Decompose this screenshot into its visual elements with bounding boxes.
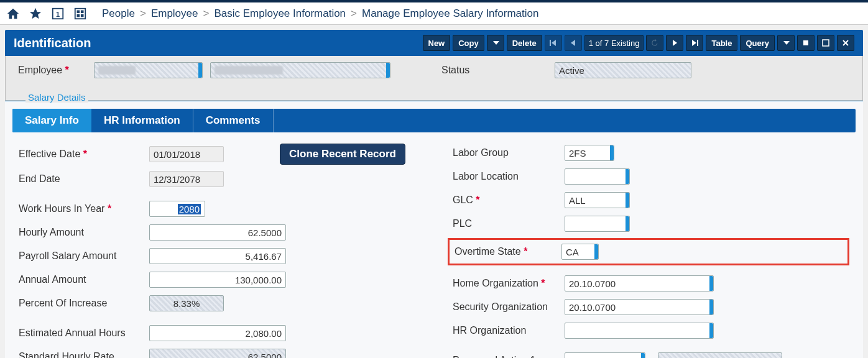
pa1-desc	[658, 352, 782, 358]
layout-icon[interactable]	[72, 6, 88, 22]
labor-location-input[interactable]	[565, 168, 630, 185]
svg-marker-9	[571, 40, 575, 46]
record-toolbar: New Copy Delete 1 of 7 Existing Table Qu…	[423, 35, 855, 51]
svg-rect-14	[823, 40, 829, 46]
glc-label: GLC	[453, 195, 565, 206]
close-button[interactable]	[837, 35, 854, 51]
record-counter: 1 of 7 Existing	[584, 35, 644, 51]
labor-group-label: Labor Group	[453, 147, 565, 158]
svg-rect-7	[550, 40, 551, 46]
end-date-label: End Date	[19, 173, 149, 185]
sec-org-label: Security Organization	[453, 301, 565, 313]
plc-input[interactable]	[565, 216, 630, 232]
maximize-button[interactable]	[817, 35, 834, 51]
section-title: Identification	[14, 36, 91, 50]
breadcrumb: People > Employee > Basic Employee Infor…	[102, 7, 538, 20]
work-hours-input[interactable]: 2080	[149, 201, 205, 217]
svg-marker-8	[552, 40, 556, 46]
topbar: 1 People > Employee > Basic Employee Inf…	[0, 0, 868, 25]
new-button[interactable]: New	[423, 35, 451, 51]
est-annual-hours-input[interactable]: 2,080.00	[149, 325, 286, 341]
svg-rect-2	[75, 8, 86, 19]
svg-rect-13	[803, 40, 808, 45]
home-icon[interactable]	[5, 6, 21, 22]
employee-name-input[interactable]	[210, 62, 390, 78]
std-hourly-rate-value: 62.5000	[149, 349, 286, 358]
pa1-input[interactable]	[565, 352, 645, 358]
copy-dropdown-button[interactable]	[487, 35, 504, 51]
status-value: Active	[555, 62, 691, 78]
favorite-icon[interactable]	[27, 6, 44, 22]
overtime-state-highlight: Overtime State CA	[448, 238, 849, 265]
query-dropdown-button[interactable]	[777, 35, 795, 51]
tab-comments[interactable]: Comments	[193, 109, 274, 132]
overtime-state-label: Overtime State	[455, 246, 561, 257]
hr-org-input[interactable]	[565, 323, 714, 339]
window-1-icon[interactable]: 1	[50, 6, 66, 22]
svg-rect-12	[697, 40, 698, 46]
home-org-label: Home Organization	[453, 278, 565, 289]
breadcrumb-item[interactable]: Employee	[151, 7, 198, 20]
annual-amount-label: Annual Amount	[19, 274, 149, 285]
pa1-label: Personnel Action 1	[453, 355, 565, 358]
hourly-amount-input[interactable]: 62.5000	[149, 224, 286, 241]
copy-button[interactable]: Copy	[453, 35, 484, 51]
status-label: Status	[441, 65, 547, 76]
work-hours-label: Work Hours In Year	[19, 203, 149, 214]
svg-marker-11	[692, 40, 696, 46]
svg-rect-4	[81, 10, 84, 13]
refresh-button[interactable]	[646, 35, 663, 51]
annual-amount-input[interactable]: 130,000.00	[149, 272, 286, 288]
std-hourly-rate-label: Standard Hourly Rate	[19, 351, 149, 358]
svg-text:1: 1	[56, 10, 60, 17]
employee-id-input[interactable]	[94, 62, 203, 78]
clone-recent-record-button[interactable]: Clone Recent Record	[280, 144, 405, 165]
tabs: Salary Info HR Information Comments	[12, 109, 856, 132]
svg-rect-6	[81, 14, 84, 17]
breadcrumb-item[interactable]: Basic Employee Information	[214, 7, 346, 20]
home-org-input[interactable]: 20.10.0700	[565, 275, 714, 291]
delete-button[interactable]: Delete	[507, 35, 542, 51]
est-annual-hours-label: Estimated Annual Hours	[19, 328, 149, 339]
glc-input[interactable]: ALL	[565, 192, 630, 208]
labor-location-label: Labor Location	[453, 171, 565, 182]
prev-record-button[interactable]	[565, 35, 582, 51]
payroll-salary-input[interactable]: 5,416.67	[149, 248, 286, 264]
employee-label: Employee	[18, 65, 86, 76]
right-column: Labor Group 2FS Labor Location GLC ALL P…	[453, 144, 849, 358]
salary-info-form: Effective Date 01/01/2018 Clone Recent R…	[5, 132, 863, 358]
first-record-button[interactable]	[545, 35, 562, 51]
breadcrumb-item[interactable]: Manage Employee Salary Information	[362, 7, 538, 20]
svg-rect-3	[77, 10, 80, 13]
identification-panel: Employee Status Active Salary Details	[5, 56, 863, 101]
next-record-button[interactable]	[666, 35, 683, 51]
left-column: Effective Date 01/01/2018 Clone Recent R…	[19, 144, 415, 358]
effective-date-input[interactable]: 01/01/2018	[149, 146, 224, 162]
percent-increase-label: Percent Of Increase	[19, 298, 149, 309]
query-button[interactable]: Query	[740, 35, 775, 51]
overtime-state-input[interactable]: CA	[561, 244, 599, 260]
effective-date-label: Effective Date	[19, 149, 149, 160]
svg-marker-10	[673, 40, 677, 46]
percent-increase-value: 8.33%	[149, 295, 224, 311]
plc-label: PLC	[453, 218, 565, 229]
tab-hr-information[interactable]: HR Information	[91, 109, 193, 132]
sec-org-input[interactable]: 20.10.0700	[565, 299, 714, 315]
last-record-button[interactable]	[686, 35, 703, 51]
breadcrumb-item[interactable]: People	[102, 7, 135, 20]
payroll-salary-label: Payroll Salary Amount	[19, 250, 149, 262]
tab-salary-info[interactable]: Salary Info	[12, 109, 91, 132]
end-date-input[interactable]: 12/31/2078	[149, 171, 224, 187]
labor-group-input[interactable]: 2FS	[565, 145, 614, 161]
hr-org-label: HR Organization	[453, 325, 565, 336]
svg-rect-5	[77, 14, 80, 17]
stop-button[interactable]	[797, 35, 815, 51]
hourly-amount-label: Hourly Amount	[19, 227, 149, 238]
salary-details-label: Salary Details	[25, 92, 88, 103]
section-header: Identification New Copy Delete 1 of 7 Ex…	[5, 30, 863, 56]
table-button[interactable]: Table	[706, 35, 737, 51]
